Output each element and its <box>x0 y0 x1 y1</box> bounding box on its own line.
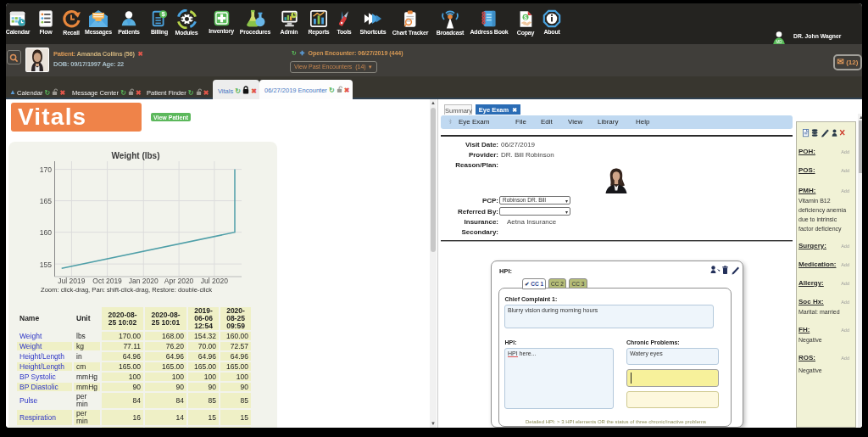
svg-text:170: 170 <box>40 165 52 174</box>
svg-text:Jul 2019: Jul 2019 <box>58 277 85 285</box>
svg-text:Apr 2020: Apr 2020 <box>164 277 194 285</box>
svg-text:Jul 2020: Jul 2020 <box>201 277 228 285</box>
svg-text:Jan 2020: Jan 2020 <box>129 277 159 285</box>
svg-text:Oct 2019: Oct 2019 <box>92 277 122 285</box>
svg-text:165: 165 <box>40 197 52 205</box>
svg-text:160: 160 <box>40 228 52 237</box>
svg-text:155: 155 <box>40 261 52 269</box>
